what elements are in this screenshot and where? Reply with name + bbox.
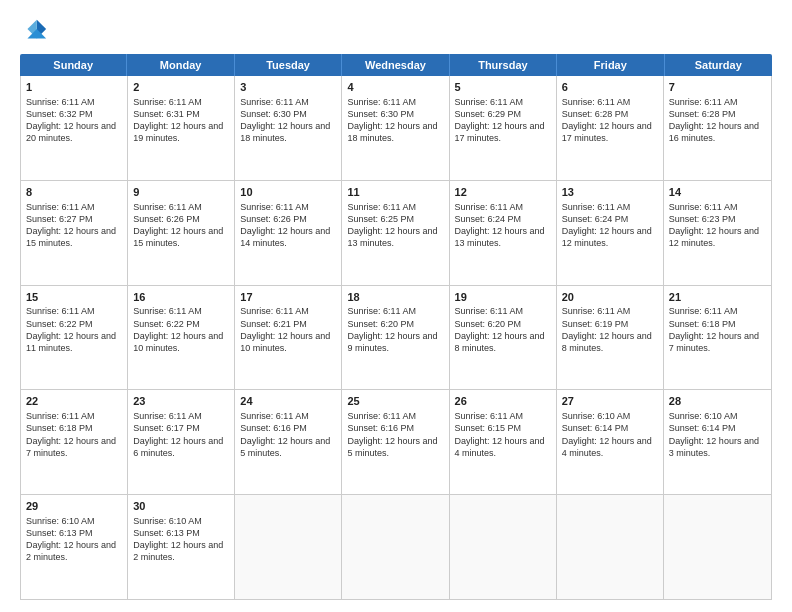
day-info-line: Sunrise: 6:10 AM xyxy=(133,516,202,526)
day-number: 5 xyxy=(455,80,551,95)
header xyxy=(20,16,772,44)
day-info-line: Daylight: 12 hours and 13 minutes. xyxy=(347,226,437,248)
day-info-line: Sunset: 6:20 PM xyxy=(347,319,414,329)
day-info-line: Sunrise: 6:11 AM xyxy=(669,97,738,107)
day-info-line: Sunrise: 6:11 AM xyxy=(133,411,202,421)
day-info-line: Sunset: 6:16 PM xyxy=(347,423,414,433)
calendar-cell-19: 19Sunrise: 6:11 AMSunset: 6:20 PMDayligh… xyxy=(450,286,557,390)
day-number: 6 xyxy=(562,80,658,95)
calendar-cell-28: 28Sunrise: 6:10 AMSunset: 6:14 PMDayligh… xyxy=(664,390,771,494)
day-info-line: Sunset: 6:24 PM xyxy=(562,214,629,224)
day-info-line: Daylight: 12 hours and 11 minutes. xyxy=(26,331,116,353)
day-number: 27 xyxy=(562,394,658,409)
day-info-line: Daylight: 12 hours and 18 minutes. xyxy=(240,121,330,143)
day-info-line: Sunset: 6:13 PM xyxy=(133,528,200,538)
calendar-cell-11: 11Sunrise: 6:11 AMSunset: 6:25 PMDayligh… xyxy=(342,181,449,285)
header-day-saturday: Saturday xyxy=(665,54,772,76)
day-number: 1 xyxy=(26,80,122,95)
calendar-cell-7: 7Sunrise: 6:11 AMSunset: 6:28 PMDaylight… xyxy=(664,76,771,180)
calendar-cell-22: 22Sunrise: 6:11 AMSunset: 6:18 PMDayligh… xyxy=(21,390,128,494)
day-info-line: Sunrise: 6:10 AM xyxy=(26,516,95,526)
day-info-line: Sunrise: 6:11 AM xyxy=(240,306,309,316)
calendar-cell-21: 21Sunrise: 6:11 AMSunset: 6:18 PMDayligh… xyxy=(664,286,771,390)
day-info-line: Daylight: 12 hours and 4 minutes. xyxy=(562,436,652,458)
calendar-cell-empty xyxy=(557,495,664,599)
day-info-line: Sunrise: 6:10 AM xyxy=(562,411,631,421)
day-number: 17 xyxy=(240,290,336,305)
day-info-line: Sunset: 6:14 PM xyxy=(669,423,736,433)
header-day-thursday: Thursday xyxy=(450,54,557,76)
day-info-line: Sunrise: 6:11 AM xyxy=(562,306,631,316)
day-number: 21 xyxy=(669,290,766,305)
day-number: 16 xyxy=(133,290,229,305)
calendar-row-5: 29Sunrise: 6:10 AMSunset: 6:13 PMDayligh… xyxy=(21,495,771,599)
page: SundayMondayTuesdayWednesdayThursdayFrid… xyxy=(0,0,792,612)
day-info-line: Daylight: 12 hours and 20 minutes. xyxy=(26,121,116,143)
calendar-cell-empty xyxy=(450,495,557,599)
day-info-line: Daylight: 12 hours and 10 minutes. xyxy=(240,331,330,353)
day-info-line: Sunset: 6:28 PM xyxy=(669,109,736,119)
day-info-line: Sunset: 6:16 PM xyxy=(240,423,307,433)
calendar-cell-17: 17Sunrise: 6:11 AMSunset: 6:21 PMDayligh… xyxy=(235,286,342,390)
day-number: 2 xyxy=(133,80,229,95)
day-number: 25 xyxy=(347,394,443,409)
day-info-line: Sunset: 6:22 PM xyxy=(26,319,93,329)
calendar-cell-3: 3Sunrise: 6:11 AMSunset: 6:30 PMDaylight… xyxy=(235,76,342,180)
calendar-cell-23: 23Sunrise: 6:11 AMSunset: 6:17 PMDayligh… xyxy=(128,390,235,494)
day-info-line: Daylight: 12 hours and 6 minutes. xyxy=(133,436,223,458)
calendar-cell-8: 8Sunrise: 6:11 AMSunset: 6:27 PMDaylight… xyxy=(21,181,128,285)
day-info-line: Daylight: 12 hours and 8 minutes. xyxy=(455,331,545,353)
day-info-line: Daylight: 12 hours and 7 minutes. xyxy=(26,436,116,458)
day-info-line: Sunrise: 6:11 AM xyxy=(133,202,202,212)
day-info-line: Daylight: 12 hours and 18 minutes. xyxy=(347,121,437,143)
day-number: 18 xyxy=(347,290,443,305)
day-info-line: Sunrise: 6:11 AM xyxy=(562,202,631,212)
day-info-line: Daylight: 12 hours and 17 minutes. xyxy=(562,121,652,143)
day-info-line: Daylight: 12 hours and 12 minutes. xyxy=(669,226,759,248)
calendar-cell-29: 29Sunrise: 6:10 AMSunset: 6:13 PMDayligh… xyxy=(21,495,128,599)
day-info-line: Daylight: 12 hours and 2 minutes. xyxy=(133,540,223,562)
day-number: 28 xyxy=(669,394,766,409)
day-info-line: Sunset: 6:30 PM xyxy=(240,109,307,119)
day-info-line: Sunset: 6:24 PM xyxy=(455,214,522,224)
day-number: 13 xyxy=(562,185,658,200)
logo-icon xyxy=(20,16,48,44)
calendar-cell-1: 1Sunrise: 6:11 AMSunset: 6:32 PMDaylight… xyxy=(21,76,128,180)
day-info-line: Sunrise: 6:11 AM xyxy=(347,97,416,107)
day-info-line: Sunset: 6:15 PM xyxy=(455,423,522,433)
calendar-cell-27: 27Sunrise: 6:10 AMSunset: 6:14 PMDayligh… xyxy=(557,390,664,494)
day-info-line: Sunrise: 6:11 AM xyxy=(455,202,524,212)
day-info-line: Daylight: 12 hours and 9 minutes. xyxy=(347,331,437,353)
calendar-cell-9: 9Sunrise: 6:11 AMSunset: 6:26 PMDaylight… xyxy=(128,181,235,285)
day-info-line: Sunrise: 6:11 AM xyxy=(669,202,738,212)
day-info-line: Daylight: 12 hours and 17 minutes. xyxy=(455,121,545,143)
day-info-line: Daylight: 12 hours and 13 minutes. xyxy=(455,226,545,248)
day-number: 10 xyxy=(240,185,336,200)
day-info-line: Sunset: 6:31 PM xyxy=(133,109,200,119)
day-number: 30 xyxy=(133,499,229,514)
day-info-line: Sunrise: 6:11 AM xyxy=(347,202,416,212)
day-info-line: Daylight: 12 hours and 5 minutes. xyxy=(347,436,437,458)
calendar-cell-18: 18Sunrise: 6:11 AMSunset: 6:20 PMDayligh… xyxy=(342,286,449,390)
day-info-line: Sunset: 6:29 PM xyxy=(455,109,522,119)
day-number: 7 xyxy=(669,80,766,95)
day-info-line: Sunrise: 6:11 AM xyxy=(347,306,416,316)
day-info-line: Daylight: 12 hours and 8 minutes. xyxy=(562,331,652,353)
day-info-line: Sunrise: 6:11 AM xyxy=(240,411,309,421)
calendar-header: SundayMondayTuesdayWednesdayThursdayFrid… xyxy=(20,54,772,76)
calendar-cell-10: 10Sunrise: 6:11 AMSunset: 6:26 PMDayligh… xyxy=(235,181,342,285)
day-info-line: Sunrise: 6:11 AM xyxy=(455,97,524,107)
calendar-row-1: 1Sunrise: 6:11 AMSunset: 6:32 PMDaylight… xyxy=(21,76,771,181)
day-number: 14 xyxy=(669,185,766,200)
calendar: SundayMondayTuesdayWednesdayThursdayFrid… xyxy=(20,54,772,600)
day-info-line: Sunset: 6:18 PM xyxy=(26,423,93,433)
day-info-line: Daylight: 12 hours and 15 minutes. xyxy=(133,226,223,248)
calendar-cell-13: 13Sunrise: 6:11 AMSunset: 6:24 PMDayligh… xyxy=(557,181,664,285)
calendar-cell-30: 30Sunrise: 6:10 AMSunset: 6:13 PMDayligh… xyxy=(128,495,235,599)
day-number: 19 xyxy=(455,290,551,305)
day-number: 24 xyxy=(240,394,336,409)
day-info-line: Sunset: 6:21 PM xyxy=(240,319,307,329)
day-info-line: Daylight: 12 hours and 15 minutes. xyxy=(26,226,116,248)
day-info-line: Daylight: 12 hours and 7 minutes. xyxy=(669,331,759,353)
day-info-line: Sunset: 6:17 PM xyxy=(133,423,200,433)
